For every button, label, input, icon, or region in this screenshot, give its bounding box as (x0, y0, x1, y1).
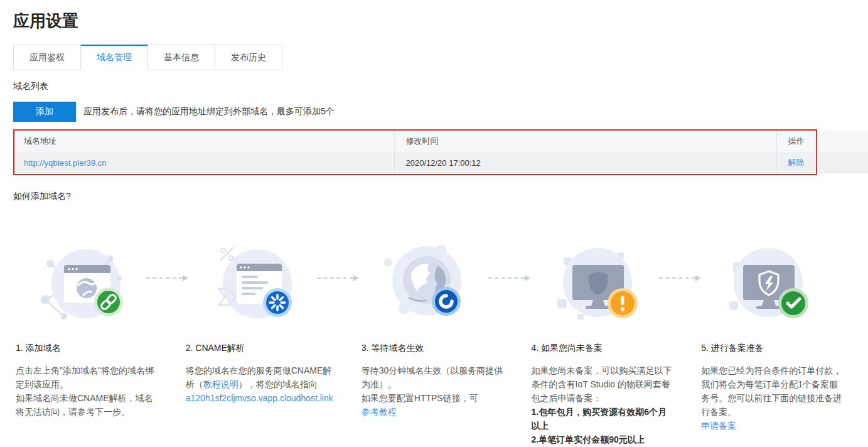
https-tutorial-link[interactable]: 参考教程 (362, 405, 503, 419)
page-title: 应用设置 (13, 10, 868, 32)
how-to-add-domain-title: 如何添加域名? (13, 191, 868, 202)
dashed-arrow-icon (659, 275, 701, 281)
tab-release-history[interactable]: 发布历史 (215, 45, 282, 70)
tutorial-link[interactable]: 教程说明 (203, 379, 238, 389)
column-header-action: 操作 (776, 131, 868, 152)
domain-toolbar: 添加 应用发布后，请将您的应用地址绑定到外部域名，最多可添加5个 (13, 102, 868, 122)
modified-time-cell: 2020/12/20 17:00:12 (394, 152, 776, 173)
step5-text: 如果您已经为符合条件的订单付款，我们将会为每笔订单分配1个备案服务号。您可以前往… (701, 365, 842, 417)
step5-title: 5. 进行备案准备 (701, 343, 843, 354)
steps-illustrations (13, 240, 868, 329)
step4-condition-2: 2.单笔订单实付金额90元以上 (532, 433, 673, 446)
dashed-arrow-icon (146, 275, 188, 281)
step3-title: 3. 等待域名生效 (362, 343, 503, 354)
dashed-arrow-icon (317, 275, 359, 281)
steps-descriptions: 1. 添加域名 点击左上角"添加域名"将您的域名绑定到该应用。 如果域名尚未做C… (13, 343, 868, 447)
domain-table: 域名地址 修改时间 操作 http://yqbtest.pier39.cn 20… (13, 131, 868, 173)
step2-column: 2. CNAME解析 将您的域名在您的服务商做CNAME解析（教程说明），将您的… (183, 343, 358, 447)
step4-monitor-warning-icon (552, 240, 640, 328)
domain-link[interactable]: http://yqbtest.pier39.cn (24, 158, 107, 168)
app-settings-page: 应用设置 应用鉴权 域名管理 基本信息 发布历史 域名列表 添加 应用发布后，请… (0, 10, 868, 447)
step5-monitor-check-icon (723, 240, 811, 328)
table-row: http://yqbtest.pier39.cn 2020/12/20 17:0… (13, 152, 868, 173)
step1-text: 如果域名尚未做CNAME解析，域名将无法访问，请参考下一步。 (16, 391, 158, 419)
step2-text: ），将您的域名指向 (238, 379, 318, 389)
step2-cname-document-icon (210, 240, 298, 328)
domain-list-label: 域名列表 (13, 81, 868, 92)
step4-title: 4. 如果您尚未备案 (532, 343, 673, 354)
tab-domain-management[interactable]: 域名管理 (80, 45, 148, 70)
tab-basic-info[interactable]: 基本信息 (147, 45, 215, 70)
step3-text: 如果您要配置HTTPS链接，可 (362, 391, 503, 405)
step1-text: 点击左上角"添加域名"将您的域名绑定到该应用。 (16, 364, 158, 391)
add-domain-button[interactable]: 添加 (13, 102, 76, 122)
step4-column: 4. 如果您尚未备案 如果您尚未备案，可以购买满足以下条件的含有IoT Stud… (528, 343, 699, 447)
cname-target-link[interactable]: a120h1sf2cljmvso.vapp.cloudhost.link (186, 391, 333, 405)
step1-browser-link-icon (39, 240, 127, 328)
step2-title: 2. CNAME解析 (186, 343, 333, 354)
add-domain-hint: 应用发布后，请将您的应用地址绑定到外部域名，最多可添加5个 (83, 106, 335, 117)
unbind-action-link[interactable]: 解除 (788, 158, 805, 167)
apply-icp-link[interactable]: 申请备案 (701, 419, 843, 433)
dashed-arrow-icon (488, 275, 530, 281)
column-header-modified-time: 修改时间 (394, 131, 776, 152)
step1-column: 1. 添加域名 点击左上角"添加域名"将您的域名绑定到该应用。 如果域名尚未做C… (13, 343, 183, 447)
step3-text: 等待30分钟域名生效（以服务商提供为准）。 (362, 364, 503, 391)
tab-bar: 应用鉴权 域名管理 基本信息 发布历史 (13, 45, 868, 70)
table-header-row: 域名地址 修改时间 操作 (13, 131, 868, 152)
column-header-domain: 域名地址 (13, 131, 394, 152)
step4-condition-1: 1.包年包月，购买资源有效期6个月以上 (532, 405, 673, 433)
step3-column: 3. 等待域名生效 等待30分钟域名生效（以服务商提供为准）。 如果您要配置HT… (358, 343, 528, 447)
step5-column: 5. 进行备案准备 如果您已经为符合条件的订单付款，我们将会为每笔订单分配1个备… (698, 343, 868, 447)
tab-app-auth[interactable]: 应用鉴权 (13, 45, 81, 70)
step4-text: 如果您尚未备案，可以购买满足以下条件的含有IoT Studio 的物联网套餐包之… (532, 365, 672, 403)
step1-title: 1. 添加域名 (16, 343, 158, 354)
step3-globe-pending-icon (381, 240, 469, 328)
